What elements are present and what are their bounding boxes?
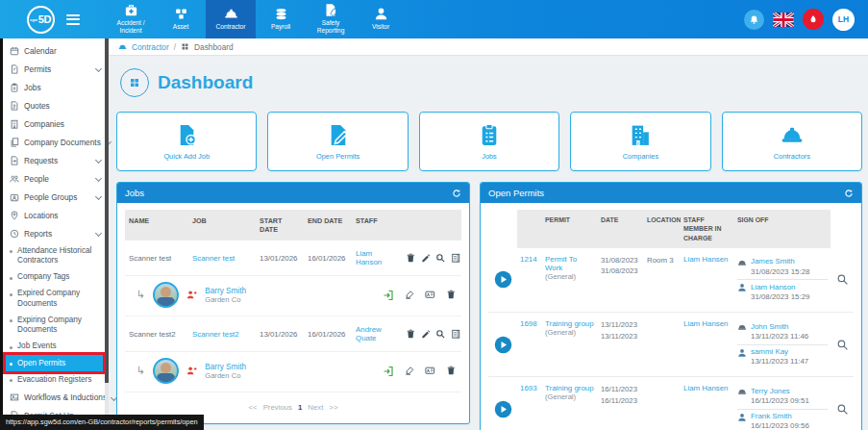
sidebar-subitem-evacuation-registers[interactable]: Evacuation Registers xyxy=(3,371,109,388)
play-permit-button[interactable] xyxy=(494,270,512,289)
refresh-icon[interactable] xyxy=(452,189,461,198)
helmet-icon xyxy=(737,322,747,332)
permit-id-link[interactable]: 1698 xyxy=(520,319,537,328)
signoff-datetime: 16/11/2023 09:56 xyxy=(751,421,809,430)
sidebar-subitem-job-events[interactable]: Job Events xyxy=(3,339,109,355)
sidebar-subitem-company-tags[interactable]: Company Tags xyxy=(3,269,109,286)
subitem-label: Attendance Historical Contractors xyxy=(17,246,91,265)
module-payroll[interactable]: Payroll xyxy=(256,0,306,38)
signoff-name[interactable]: Liam Hanson xyxy=(751,283,796,291)
language-flag-button[interactable] xyxy=(773,13,794,27)
pagination-prev-arrows[interactable]: << xyxy=(249,403,258,412)
sidebar-item-people-groups[interactable]: People Groups xyxy=(3,188,109,206)
signoff-entry: James Smith 31/08/2023 15:28 xyxy=(737,255,828,280)
signoff-name[interactable]: James Smith xyxy=(751,257,795,266)
permit-date-start: 16/11/2023 xyxy=(601,384,641,395)
permit-type: (General) xyxy=(545,272,595,281)
search-icon[interactable] xyxy=(435,329,446,340)
search-icon[interactable] xyxy=(435,253,446,264)
card-open-permits[interactable]: Open Permits xyxy=(267,112,408,171)
job-staff-link[interactable]: Liam Hanson xyxy=(356,249,398,266)
permit-name-link[interactable]: Training group xyxy=(545,319,595,328)
permit-name-link[interactable]: Permit To Work xyxy=(545,255,595,272)
edit-pencil-icon[interactable] xyxy=(421,253,432,264)
sign-in-icon[interactable] xyxy=(383,290,394,301)
module-accident-incident[interactable]: Accident / Incident xyxy=(106,0,156,38)
menu-toggle-icon[interactable] xyxy=(66,14,80,25)
sidebar-subitem-expired-company-documents[interactable]: Expired Company Documents xyxy=(3,286,109,313)
sidebar-item-quotes[interactable]: Quotes xyxy=(3,96,109,114)
sidebar-item-permits[interactable]: Permits xyxy=(3,60,109,78)
trash-icon[interactable] xyxy=(446,290,457,300)
card-quick-add-job[interactable]: Quick Add Job xyxy=(116,112,257,171)
play-permit-button[interactable] xyxy=(494,400,512,418)
signoff-name[interactable]: sammi Kay xyxy=(751,347,788,356)
sidebar-item-workflows-inductions[interactable]: Workflows & Inductions xyxy=(3,389,109,407)
sidebar-subitem-attendance-historical-contractors[interactable]: Attendance Historical Contractors xyxy=(3,242,109,269)
app-logo[interactable]: sgw5D xyxy=(27,6,55,34)
search-icon[interactable] xyxy=(836,273,849,286)
job-staff-link[interactable]: Andrew Quate xyxy=(356,325,398,342)
alert-button[interactable] xyxy=(803,9,824,30)
card-jobs[interactable]: Jobs xyxy=(419,112,559,171)
edit-pencil-icon[interactable] xyxy=(421,329,432,340)
play-permit-button[interactable] xyxy=(494,336,512,354)
sidebar-subitem-expiring-company-documents[interactable]: Expiring Company Documents xyxy=(3,312,109,339)
contractors-helmet-icon xyxy=(780,123,805,147)
signoff-name[interactable]: Frank Smith xyxy=(751,412,792,420)
trash-icon[interactable] xyxy=(406,329,416,340)
sign-in-icon[interactable] xyxy=(383,366,394,377)
signoff-name[interactable]: John Smith xyxy=(751,322,788,331)
module-asset[interactable]: Asset xyxy=(156,0,206,38)
sidebar-item-company-documents[interactable]: Company Documents xyxy=(3,133,109,151)
sidebar-subitem-open-permits[interactable]: Open Permits xyxy=(3,355,109,371)
sidebar-item-companies[interactable]: Companies xyxy=(3,114,109,133)
sidebar-item-requests[interactable]: Requests xyxy=(3,151,109,169)
sub-person-link[interactable]: Barry Smith xyxy=(205,287,246,295)
notifications-button[interactable] xyxy=(744,10,764,30)
module-visitor[interactable]: Visitor xyxy=(356,0,406,38)
signoff-name[interactable]: Terry Jones xyxy=(751,387,790,395)
permit-staff-link[interactable]: Liam Hansen xyxy=(683,255,729,264)
sidebar-item-reports[interactable]: Reports xyxy=(3,224,109,242)
permit-location: Room 3 xyxy=(644,248,681,312)
module-safety-reporting[interactable]: Safety Reporting xyxy=(306,0,356,38)
pagination-next-arrows[interactable]: >> xyxy=(329,403,337,412)
details-form-icon[interactable] xyxy=(451,253,461,264)
sidebar-item-jobs[interactable]: Jobs xyxy=(3,78,109,96)
id-card-icon[interactable] xyxy=(425,366,435,376)
avatar[interactable] xyxy=(153,358,179,384)
trash-icon[interactable] xyxy=(406,253,416,264)
job-link[interactable]: Scanner test2 xyxy=(192,330,239,339)
permit-type: (General) xyxy=(545,328,595,337)
card-companies[interactable]: Companies xyxy=(570,112,710,171)
pagination-previous[interactable]: Previous xyxy=(263,403,292,412)
permit-staff-link[interactable]: Liam Hansen xyxy=(683,384,729,392)
permit-staff-link[interactable]: Liam Hansen xyxy=(683,319,729,328)
trash-icon[interactable] xyxy=(446,366,457,376)
search-icon[interactable] xyxy=(836,339,849,351)
signature-icon[interactable] xyxy=(405,366,415,376)
signature-icon[interactable] xyxy=(405,290,415,300)
sidebar-item-locations[interactable]: Locations xyxy=(3,206,109,224)
sidebar-item-calendar[interactable]: Calendar xyxy=(3,41,109,60)
job-link[interactable]: Scanner test xyxy=(192,254,235,263)
card-contractors[interactable]: Contractors xyxy=(722,112,862,171)
avatar[interactable] xyxy=(153,282,179,308)
sidebar-item-people[interactable]: People xyxy=(3,169,109,188)
details-form-icon[interactable] xyxy=(451,329,461,340)
sidebar: Calendar Permits Jobs Quotes Companies C… xyxy=(0,38,109,430)
permit-id-link[interactable]: 1693 xyxy=(520,384,537,392)
pagination-page-1[interactable]: 1 xyxy=(298,403,302,412)
id-card-icon[interactable] xyxy=(425,290,435,300)
sub-person-link[interactable]: Barry Smith xyxy=(205,363,246,371)
permit-name-link[interactable]: Training group xyxy=(545,384,595,392)
permit-id-link[interactable]: 1214 xyxy=(520,255,537,264)
refresh-icon[interactable] xyxy=(844,189,854,198)
user-avatar[interactable]: LH xyxy=(832,9,855,31)
module-contractor[interactable]: Contractor xyxy=(206,0,256,38)
pagination-next[interactable]: Next xyxy=(308,403,323,412)
search-icon[interactable] xyxy=(836,403,849,416)
column-header: PERMIT xyxy=(542,210,598,248)
breadcrumb-module[interactable]: Contractor xyxy=(132,42,169,52)
